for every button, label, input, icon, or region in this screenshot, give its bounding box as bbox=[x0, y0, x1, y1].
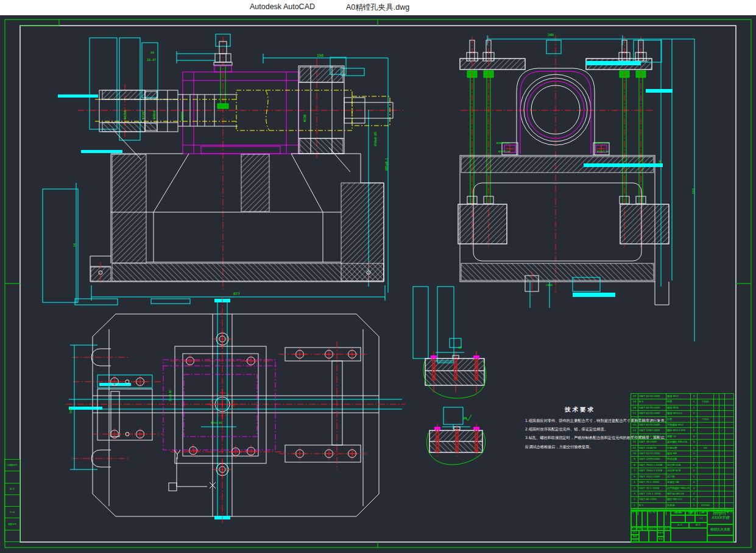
border-strip-row: 底图总号 bbox=[5, 518, 19, 530]
label-sheets: 共 张 bbox=[671, 523, 689, 528]
window-titlebar[interactable]: Autodesk AutoCAD A0精镗孔夹具.dwg bbox=[0, 0, 756, 15]
bom-row: 1 B-1 夹具体 1 HT200 bbox=[631, 503, 733, 508]
bom-row: 7 GB/T 7940.1-2008 定位键 B18 2 bbox=[631, 468, 733, 474]
side-view bbox=[458, 35, 694, 341]
border-strip-row bbox=[5, 471, 19, 483]
label-standard: 标准化 bbox=[657, 530, 664, 537]
bom-row: 20 GB/T 6170-2000 螺母 M12 3 bbox=[631, 394, 733, 399]
tech-requirements-title: 技术要求 bbox=[525, 406, 635, 414]
label-approve: 批准 bbox=[657, 537, 664, 543]
label-stage: 阶段标记 bbox=[671, 511, 685, 515]
technical-requirements: 技术要求 1.组装前应对零件、部件的主要配合尺寸，特别是过盈配合尺寸及相关精度进… bbox=[525, 406, 635, 451]
label-process: 工艺 bbox=[631, 539, 639, 543]
detail-view-a bbox=[413, 287, 486, 398]
bom-row: 8 GB/T 7940.1-2008 定位键 A18 2 bbox=[631, 463, 733, 468]
bom-row: 9 GB/T 2209-2004 移动压板 2 bbox=[631, 457, 733, 462]
front-view bbox=[43, 34, 403, 303]
bom-row: 17 GB/T 6170-2000 螺母 M10×1 2 bbox=[631, 411, 733, 416]
border-strip-row bbox=[5, 530, 19, 541]
tech-requirements-lines: 1.组装前应对零件、部件的主要配合尺寸，特别是过盈配合尺寸及相关精度进行复查。 … bbox=[525, 416, 635, 451]
school-name: XXXX学校 bbox=[707, 511, 733, 524]
bom-row: 18 GB/T 6170-2000 螺母 M16 2 bbox=[631, 405, 733, 411]
bom-row: 12 GB/T 78-2000 紧定螺钉 M8×16 3 bbox=[631, 440, 733, 445]
border-strip-row bbox=[5, 495, 19, 507]
bom-row: 11 GB/T 2148-91 快换钻套 1 45 bbox=[631, 446, 733, 451]
app-title: Autodesk AutoCAD bbox=[250, 2, 315, 11]
border-strip-row: 签 字 bbox=[5, 483, 19, 495]
application-window: Autodesk AutoCAD A0精镗孔夹具.dwg bbox=[0, 0, 756, 553]
bom-row: 13 GB/T 97.1-2002 垫圈 12 4 bbox=[631, 434, 733, 440]
detail-view-b bbox=[427, 407, 486, 465]
bom-row: 16 B-4 衬套 1 T10A bbox=[631, 417, 733, 423]
border-info-strip: 旧底图总号 签 字 日 期 底图总号 bbox=[4, 459, 20, 542]
label-check: 审核 bbox=[631, 535, 639, 539]
tech-requirement-line: 3.钻孔、螺栓和联接固定时，严格控制各配合面和定位元件的相互位置精度，装配后 bbox=[525, 433, 635, 442]
title-block: 标记 处数 分区 更改文件号 签字 年月日 设计 审核 工艺 标准化 批准 阶段… bbox=[631, 510, 734, 542]
bom-row: 19 B-5 镗套 1 T10A bbox=[631, 399, 733, 405]
bom-table: 20 GB/T 6170-2000 螺母 M12 3 19 B-5 镗套 1 T… bbox=[631, 393, 734, 510]
bom-row: 5 GB/T 79.1-2000 支承钉 A8 4 bbox=[631, 480, 733, 485]
document-filename: A0精镗孔夹具.dwg bbox=[346, 2, 409, 13]
bom-row: 14 GB/T 5782-2000 螺栓 M12×100 2 bbox=[631, 428, 733, 433]
tech-requirement-line: 应调试合格检验后，方能交付验收使用。 bbox=[525, 443, 635, 451]
label-sheet-no: 第 张 bbox=[689, 523, 707, 528]
bom-row: 4 GB/T 70.1-2008 内六角螺钉 M8×25 4 bbox=[631, 486, 733, 491]
bom-row: 2 GB/T 65-2000 螺钉 M6×12 4 bbox=[631, 497, 733, 502]
border-strip-row: 旧底图总号 bbox=[5, 460, 19, 471]
bom-row: 3 GB/T 119.1-2000 圆柱销 A8×30 2 bbox=[631, 491, 733, 497]
plan-view bbox=[66, 296, 405, 523]
bom-row: 6 GB/T 4141-2000 对刀块 1 bbox=[631, 474, 733, 480]
bom-row: 15 GB/T 6170-2000 六角螺母 M12 2 bbox=[631, 423, 733, 428]
bom-rows: 20 GB/T 6170-2000 螺母 M12 3 19 B-5 镗套 1 T… bbox=[631, 394, 733, 508]
scale-value: 1:2 bbox=[695, 515, 707, 523]
label-scale: 比例 bbox=[695, 511, 707, 515]
bom-row: 10 GB/T 6170-2000 螺母 M8 4 bbox=[631, 451, 733, 457]
drawing-name: 精镗孔夹具图 bbox=[707, 524, 733, 535]
tech-requirement-line: 2.组装时按序装配定位元件、销，保证定位精度。 bbox=[525, 425, 635, 433]
tech-requirement-line: 1.组装前应对零件、部件的主要配合尺寸，特别是过盈配合尺寸及相关精度进行复查。 bbox=[525, 416, 635, 425]
label-weight: 重量 bbox=[685, 511, 695, 515]
label-design: 设计 bbox=[631, 530, 639, 535]
border-strip-row: 日 期 bbox=[5, 507, 19, 518]
